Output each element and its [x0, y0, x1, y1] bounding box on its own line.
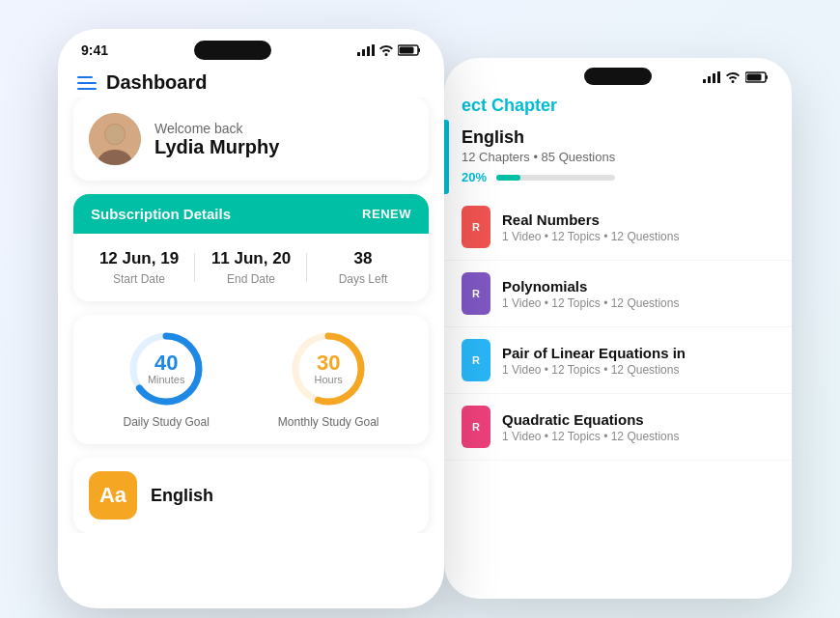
daily-goal-number: 40	[148, 352, 185, 374]
chapter-badge: R	[462, 272, 490, 315]
renew-button[interactable]: RENEW	[362, 207, 411, 221]
monthly-goal-unit: Hours	[314, 374, 342, 385]
study-goals-card: 40 Minutes Daily Study Goal 30	[73, 315, 429, 444]
daily-goal-item: 40 Minutes Daily Study Goal	[123, 330, 209, 429]
welcome-text: Welcome back Lydia Murphy	[154, 121, 279, 158]
phone1-nav-bar: Dashboard	[58, 64, 444, 98]
days-left-value: 38	[307, 249, 419, 268]
chapter-info: Real Numbers 1 Video • 12 Topics • 12 Qu…	[502, 211, 679, 243]
svg-rect-5	[766, 75, 768, 79]
welcome-card: Welcome back Lydia Murphy	[73, 98, 429, 181]
svg-rect-2	[713, 73, 715, 83]
chapter-info: Quadratic Equations 1 Video • 12 Topics …	[502, 411, 679, 443]
subject-accent-bar	[444, 120, 449, 194]
scene: 9:41 ect Chapter English 12 Chapters • 8…	[0, 0, 840, 618]
phone1-notch	[194, 41, 271, 60]
page-title: ect Chapter	[444, 88, 792, 120]
subject-icon-box: Aa	[89, 471, 137, 520]
avatar	[89, 113, 141, 165]
wifi-icon	[378, 44, 394, 56]
progress-bar-fill	[496, 175, 520, 181]
svg-rect-3	[717, 71, 720, 83]
start-date-value: 12 Jun, 19	[83, 249, 195, 268]
subject-section: English 12 Chapters • 85 Questions 20%	[444, 120, 792, 194]
monthly-goal-label: Monthly Study Goal	[278, 415, 379, 429]
monthly-goal-circle: 30 Hours	[290, 330, 367, 407]
welcome-greeting: Welcome back	[154, 121, 279, 136]
chapter-badge: R	[462, 339, 490, 381]
monthly-goal-item: 30 Hours Monthly Study Goal	[278, 330, 379, 429]
subject-info: English 12 Chapters • 85 Questions 20%	[462, 120, 615, 194]
start-date-label: Start Date	[83, 272, 195, 286]
subject-card-bottom[interactable]: Aa English	[73, 458, 429, 533]
svg-rect-1	[708, 76, 711, 83]
svg-rect-13	[400, 47, 414, 54]
svg-rect-10	[372, 44, 375, 56]
progress-percent: 20%	[462, 170, 487, 184]
chapter-list: R Real Numbers 1 Video • 12 Topics • 12 …	[444, 194, 792, 461]
svg-rect-6	[747, 73, 762, 80]
chapter-name: Real Numbers	[502, 211, 679, 228]
end-date-value: 11 Jun, 20	[195, 249, 307, 268]
daily-goal-label: Daily Study Goal	[123, 415, 209, 429]
chapter-name: Quadratic Equations	[502, 411, 679, 428]
phone1: 9:41 Dashboard	[58, 29, 444, 608]
chapter-name: Pair of Linear Equations in	[502, 345, 686, 361]
chapter-meta: 1 Video • 12 Topics • 12 Questions	[502, 296, 679, 310]
end-date-label: End Date	[195, 272, 307, 286]
signal-icon	[357, 44, 375, 56]
svg-point-17	[105, 125, 125, 144]
svg-rect-0	[703, 79, 706, 83]
user-name: Lydia Murphy	[154, 136, 279, 158]
progress-bar-bg	[496, 175, 615, 181]
subject-name-label: English	[151, 486, 213, 506]
chapter-meta: 1 Video • 12 Topics • 12 Questions	[502, 363, 686, 377]
daily-goal-unit: Minutes	[148, 374, 185, 385]
subscription-header: Subscription Details RENEW	[73, 194, 429, 234]
list-item[interactable]: R Pair of Linear Equations in 1 Video • …	[444, 327, 792, 394]
monthly-goal-number: 30	[314, 352, 342, 374]
svg-rect-9	[367, 46, 370, 56]
chapter-info: Pair of Linear Equations in 1 Video • 12…	[502, 345, 686, 377]
phone2-notch	[584, 68, 652, 85]
daily-goal-circle: 40 Minutes	[127, 330, 205, 407]
subscription-card: Subscription Details RENEW 12 Jun, 19 St…	[73, 194, 429, 301]
daily-goal-text: 40 Minutes	[148, 352, 185, 385]
svg-rect-12	[418, 48, 420, 52]
chapter-badge: R	[462, 406, 490, 448]
battery-icon	[745, 71, 769, 83]
list-item[interactable]: R Polynomials 1 Video • 12 Topics • 12 Q…	[444, 261, 792, 327]
subject-meta: 12 Chapters • 85 Questions	[462, 150, 615, 164]
monthly-goal-text: 30 Hours	[314, 352, 342, 385]
chapter-meta: 1 Video • 12 Topics • 12 Questions	[502, 430, 679, 443]
chapter-meta: 1 Video • 12 Topics • 12 Questions	[502, 230, 679, 243]
avatar-image	[89, 113, 141, 165]
start-date-item: 12 Jun, 19 Start Date	[83, 249, 195, 286]
chapter-info: Polynomials 1 Video • 12 Topics • 12 Que…	[502, 278, 679, 310]
wifi-icon	[725, 71, 741, 83]
chapter-name: Polynomials	[502, 278, 679, 295]
progress-row: 20%	[462, 170, 615, 184]
hamburger-menu-icon[interactable]	[77, 76, 97, 90]
phone1-status-bar: 9:41	[58, 29, 444, 64]
end-date-item: 11 Jun, 20 End Date	[195, 249, 307, 286]
phone2-status-icons	[703, 71, 769, 83]
svg-rect-8	[362, 49, 365, 56]
list-item[interactable]: R Quadratic Equations 1 Video • 12 Topic…	[444, 394, 792, 461]
status-time: 9:41	[81, 42, 108, 58]
subject-title: English	[462, 127, 615, 148]
subscription-dates: 12 Jun, 19 Start Date 11 Jun, 20 End Dat…	[73, 234, 429, 301]
dashboard-title: Dashboard	[106, 71, 207, 94]
days-left-label: Days Left	[307, 272, 419, 286]
battery-icon	[398, 44, 421, 56]
phone2-content: ect Chapter English 12 Chapters • 85 Que…	[444, 88, 792, 461]
svg-rect-7	[357, 52, 360, 56]
subscription-title: Subscription Details	[91, 206, 231, 222]
days-left-item: 38 Days Left	[307, 249, 419, 286]
signal-icon	[703, 71, 720, 83]
status-icons	[357, 44, 421, 56]
phone2: 9:41 ect Chapter English 12 Chapters • 8…	[444, 58, 792, 599]
chapter-badge: R	[462, 206, 490, 248]
phone1-content: Welcome back Lydia Murphy Subscription D…	[58, 98, 444, 533]
list-item[interactable]: R Real Numbers 1 Video • 12 Topics • 12 …	[444, 194, 792, 261]
